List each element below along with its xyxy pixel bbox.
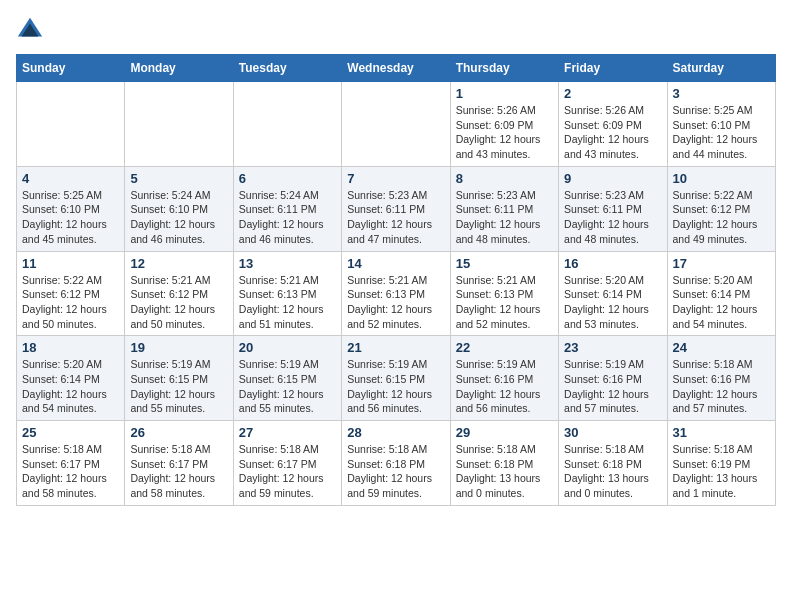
calendar-week-5: 25Sunrise: 5:18 AM Sunset: 6:17 PM Dayli… [17, 421, 776, 506]
calendar-cell: 27Sunrise: 5:18 AM Sunset: 6:17 PM Dayli… [233, 421, 341, 506]
day-number: 24 [673, 340, 770, 355]
calendar-cell: 9Sunrise: 5:23 AM Sunset: 6:11 PM Daylig… [559, 166, 667, 251]
calendar-cell [342, 82, 450, 167]
calendar-cell: 31Sunrise: 5:18 AM Sunset: 6:19 PM Dayli… [667, 421, 775, 506]
day-info: Sunrise: 5:19 AM Sunset: 6:15 PM Dayligh… [130, 357, 227, 416]
day-info: Sunrise: 5:18 AM Sunset: 6:17 PM Dayligh… [22, 442, 119, 501]
day-number: 21 [347, 340, 444, 355]
calendar-cell: 11Sunrise: 5:22 AM Sunset: 6:12 PM Dayli… [17, 251, 125, 336]
day-info: Sunrise: 5:25 AM Sunset: 6:10 PM Dayligh… [22, 188, 119, 247]
calendar-cell: 21Sunrise: 5:19 AM Sunset: 6:15 PM Dayli… [342, 336, 450, 421]
day-info: Sunrise: 5:23 AM Sunset: 6:11 PM Dayligh… [456, 188, 553, 247]
day-number: 2 [564, 86, 661, 101]
calendar-cell: 5Sunrise: 5:24 AM Sunset: 6:10 PM Daylig… [125, 166, 233, 251]
day-info: Sunrise: 5:19 AM Sunset: 6:16 PM Dayligh… [456, 357, 553, 416]
day-info: Sunrise: 5:26 AM Sunset: 6:09 PM Dayligh… [456, 103, 553, 162]
day-info: Sunrise: 5:26 AM Sunset: 6:09 PM Dayligh… [564, 103, 661, 162]
day-number: 14 [347, 256, 444, 271]
day-number: 16 [564, 256, 661, 271]
day-number: 26 [130, 425, 227, 440]
day-header-tuesday: Tuesday [233, 55, 341, 82]
day-number: 13 [239, 256, 336, 271]
day-number: 17 [673, 256, 770, 271]
calendar-cell: 25Sunrise: 5:18 AM Sunset: 6:17 PM Dayli… [17, 421, 125, 506]
page-header [16, 16, 776, 44]
day-info: Sunrise: 5:20 AM Sunset: 6:14 PM Dayligh… [673, 273, 770, 332]
calendar-cell: 20Sunrise: 5:19 AM Sunset: 6:15 PM Dayli… [233, 336, 341, 421]
day-header-monday: Monday [125, 55, 233, 82]
day-number: 6 [239, 171, 336, 186]
day-number: 27 [239, 425, 336, 440]
day-info: Sunrise: 5:20 AM Sunset: 6:14 PM Dayligh… [564, 273, 661, 332]
day-info: Sunrise: 5:20 AM Sunset: 6:14 PM Dayligh… [22, 357, 119, 416]
calendar-cell: 18Sunrise: 5:20 AM Sunset: 6:14 PM Dayli… [17, 336, 125, 421]
day-number: 31 [673, 425, 770, 440]
day-number: 22 [456, 340, 553, 355]
calendar-week-3: 11Sunrise: 5:22 AM Sunset: 6:12 PM Dayli… [17, 251, 776, 336]
day-number: 10 [673, 171, 770, 186]
day-number: 30 [564, 425, 661, 440]
day-info: Sunrise: 5:22 AM Sunset: 6:12 PM Dayligh… [673, 188, 770, 247]
day-info: Sunrise: 5:23 AM Sunset: 6:11 PM Dayligh… [564, 188, 661, 247]
day-header-wednesday: Wednesday [342, 55, 450, 82]
calendar-cell: 29Sunrise: 5:18 AM Sunset: 6:18 PM Dayli… [450, 421, 558, 506]
day-number: 5 [130, 171, 227, 186]
day-info: Sunrise: 5:21 AM Sunset: 6:13 PM Dayligh… [347, 273, 444, 332]
day-info: Sunrise: 5:18 AM Sunset: 6:18 PM Dayligh… [564, 442, 661, 501]
day-number: 9 [564, 171, 661, 186]
calendar-week-4: 18Sunrise: 5:20 AM Sunset: 6:14 PM Dayli… [17, 336, 776, 421]
calendar-cell: 17Sunrise: 5:20 AM Sunset: 6:14 PM Dayli… [667, 251, 775, 336]
calendar-cell: 30Sunrise: 5:18 AM Sunset: 6:18 PM Dayli… [559, 421, 667, 506]
calendar-cell: 8Sunrise: 5:23 AM Sunset: 6:11 PM Daylig… [450, 166, 558, 251]
calendar-week-2: 4Sunrise: 5:25 AM Sunset: 6:10 PM Daylig… [17, 166, 776, 251]
day-number: 20 [239, 340, 336, 355]
calendar-cell: 19Sunrise: 5:19 AM Sunset: 6:15 PM Dayli… [125, 336, 233, 421]
calendar-cell: 28Sunrise: 5:18 AM Sunset: 6:18 PM Dayli… [342, 421, 450, 506]
day-info: Sunrise: 5:19 AM Sunset: 6:15 PM Dayligh… [347, 357, 444, 416]
day-info: Sunrise: 5:18 AM Sunset: 6:17 PM Dayligh… [239, 442, 336, 501]
day-number: 19 [130, 340, 227, 355]
day-header-saturday: Saturday [667, 55, 775, 82]
calendar-cell: 3Sunrise: 5:25 AM Sunset: 6:10 PM Daylig… [667, 82, 775, 167]
day-number: 15 [456, 256, 553, 271]
calendar-cell: 4Sunrise: 5:25 AM Sunset: 6:10 PM Daylig… [17, 166, 125, 251]
day-info: Sunrise: 5:19 AM Sunset: 6:15 PM Dayligh… [239, 357, 336, 416]
day-number: 1 [456, 86, 553, 101]
calendar-cell [125, 82, 233, 167]
day-info: Sunrise: 5:18 AM Sunset: 6:18 PM Dayligh… [456, 442, 553, 501]
day-number: 7 [347, 171, 444, 186]
calendar-cell: 26Sunrise: 5:18 AM Sunset: 6:17 PM Dayli… [125, 421, 233, 506]
day-number: 18 [22, 340, 119, 355]
day-header-sunday: Sunday [17, 55, 125, 82]
calendar-cell: 6Sunrise: 5:24 AM Sunset: 6:11 PM Daylig… [233, 166, 341, 251]
calendar-cell: 1Sunrise: 5:26 AM Sunset: 6:09 PM Daylig… [450, 82, 558, 167]
day-info: Sunrise: 5:19 AM Sunset: 6:16 PM Dayligh… [564, 357, 661, 416]
day-info: Sunrise: 5:21 AM Sunset: 6:13 PM Dayligh… [456, 273, 553, 332]
day-number: 11 [22, 256, 119, 271]
day-info: Sunrise: 5:21 AM Sunset: 6:13 PM Dayligh… [239, 273, 336, 332]
calendar-cell: 12Sunrise: 5:21 AM Sunset: 6:12 PM Dayli… [125, 251, 233, 336]
calendar-cell: 10Sunrise: 5:22 AM Sunset: 6:12 PM Dayli… [667, 166, 775, 251]
day-number: 29 [456, 425, 553, 440]
day-info: Sunrise: 5:24 AM Sunset: 6:11 PM Dayligh… [239, 188, 336, 247]
day-number: 23 [564, 340, 661, 355]
calendar-cell: 2Sunrise: 5:26 AM Sunset: 6:09 PM Daylig… [559, 82, 667, 167]
calendar-cell: 16Sunrise: 5:20 AM Sunset: 6:14 PM Dayli… [559, 251, 667, 336]
day-number: 25 [22, 425, 119, 440]
calendar-table: SundayMondayTuesdayWednesdayThursdayFrid… [16, 54, 776, 506]
calendar-cell: 14Sunrise: 5:21 AM Sunset: 6:13 PM Dayli… [342, 251, 450, 336]
day-info: Sunrise: 5:21 AM Sunset: 6:12 PM Dayligh… [130, 273, 227, 332]
day-number: 3 [673, 86, 770, 101]
calendar-cell: 22Sunrise: 5:19 AM Sunset: 6:16 PM Dayli… [450, 336, 558, 421]
day-number: 8 [456, 171, 553, 186]
day-number: 12 [130, 256, 227, 271]
calendar-cell: 13Sunrise: 5:21 AM Sunset: 6:13 PM Dayli… [233, 251, 341, 336]
calendar-week-1: 1Sunrise: 5:26 AM Sunset: 6:09 PM Daylig… [17, 82, 776, 167]
calendar-cell: 15Sunrise: 5:21 AM Sunset: 6:13 PM Dayli… [450, 251, 558, 336]
day-header-thursday: Thursday [450, 55, 558, 82]
calendar-cell: 7Sunrise: 5:23 AM Sunset: 6:11 PM Daylig… [342, 166, 450, 251]
day-info: Sunrise: 5:18 AM Sunset: 6:17 PM Dayligh… [130, 442, 227, 501]
day-info: Sunrise: 5:23 AM Sunset: 6:11 PM Dayligh… [347, 188, 444, 247]
calendar-cell [17, 82, 125, 167]
calendar-cell: 23Sunrise: 5:19 AM Sunset: 6:16 PM Dayli… [559, 336, 667, 421]
